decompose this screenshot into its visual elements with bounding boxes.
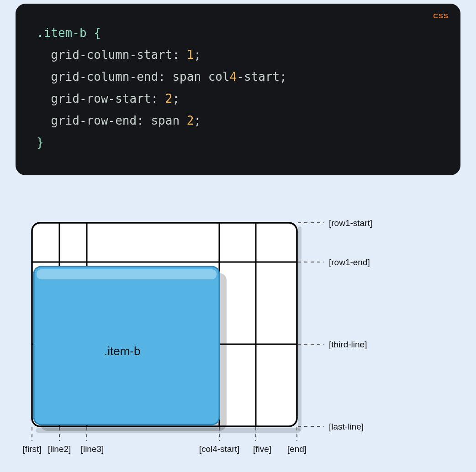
- row-line-label: [last-line]: [329, 422, 364, 431]
- grid-diagram: .item-b [row1-start] [row1-end] [third-l…: [14, 214, 471, 469]
- col-line-label: [col4-start]: [199, 444, 240, 454]
- language-badge: CSS: [433, 12, 449, 20]
- code-text: .item-b { grid-column-start: 1; grid-col…: [37, 22, 439, 154]
- code-block: CSS .item-b { grid-column-start: 1; grid…: [16, 4, 460, 175]
- svg-rect-1: [298, 226, 301, 431]
- col-line-label: [five]: [253, 444, 271, 454]
- col-line-label: [first]: [22, 444, 41, 454]
- col-line-label: [end]: [287, 444, 307, 454]
- row-line-label: [row1-end]: [329, 257, 370, 267]
- row-line-label: [row1-start]: [329, 218, 372, 228]
- row-line-label: [third-line]: [329, 340, 367, 349]
- svg-rect-11: [37, 269, 217, 279]
- item-label: .item-b: [104, 344, 140, 358]
- col-line-label: [line2]: [48, 444, 71, 454]
- col-line-label: [line3]: [81, 444, 104, 454]
